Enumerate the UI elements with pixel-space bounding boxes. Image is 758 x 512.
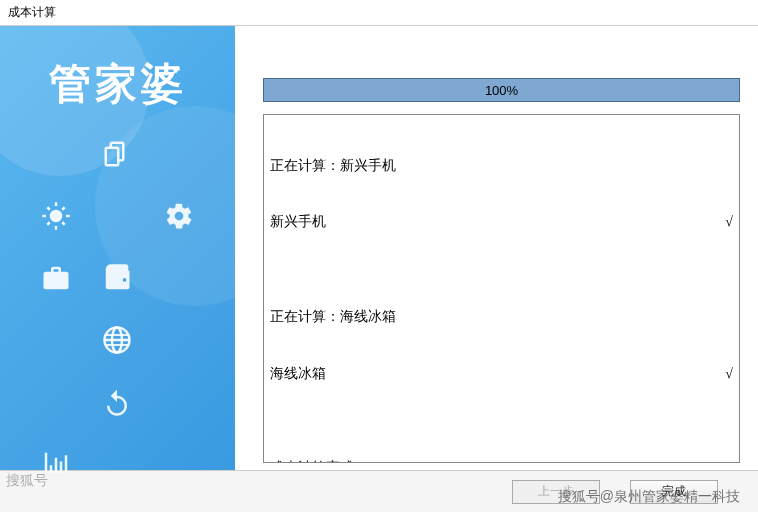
chart-icon — [30, 442, 82, 473]
svg-line-8 — [62, 222, 65, 225]
briefcase-icon — [30, 256, 82, 300]
content: 管家婆 — [0, 26, 758, 473]
main-panel: 100% 正在计算：新兴手机 新兴手机 √ 正在计算：海线冰箱 海线冰箱 √ 成… — [235, 26, 758, 473]
sun-icon — [30, 194, 82, 238]
log-area[interactable]: 正在计算：新兴手机 新兴手机 √ 正在计算：海线冰箱 海线冰箱 √ 成本计算完成… — [263, 114, 740, 463]
progress-text: 100% — [485, 83, 518, 98]
log-line: 成本计算完成。 — [270, 459, 733, 463]
gear-icon — [153, 194, 205, 238]
svg-point-0 — [50, 210, 63, 223]
log-line: 新兴手机 √ — [270, 213, 733, 232]
app-logo: 管家婆 — [0, 26, 235, 132]
svg-line-6 — [47, 222, 50, 225]
icon-grid — [0, 132, 235, 473]
progress-bar: 100% — [263, 78, 740, 102]
watermark-right: 搜狐号@泉州管家婆精一科技 — [558, 488, 740, 506]
window-title: 成本计算 — [0, 0, 758, 26]
log-line: 海线冰箱 √ — [270, 365, 733, 384]
log-line: 正在计算：新兴手机 — [270, 157, 733, 176]
svg-line-5 — [62, 207, 65, 210]
sidebar: 管家婆 — [0, 26, 235, 473]
wallet-icon — [92, 256, 144, 300]
log-line: 正在计算：海线冰箱 — [270, 308, 733, 327]
globe-icon — [92, 318, 144, 362]
documents-icon — [92, 132, 144, 176]
svg-line-7 — [47, 207, 50, 210]
watermark-left: 搜狐号 — [6, 472, 48, 490]
undo-icon — [92, 380, 144, 424]
